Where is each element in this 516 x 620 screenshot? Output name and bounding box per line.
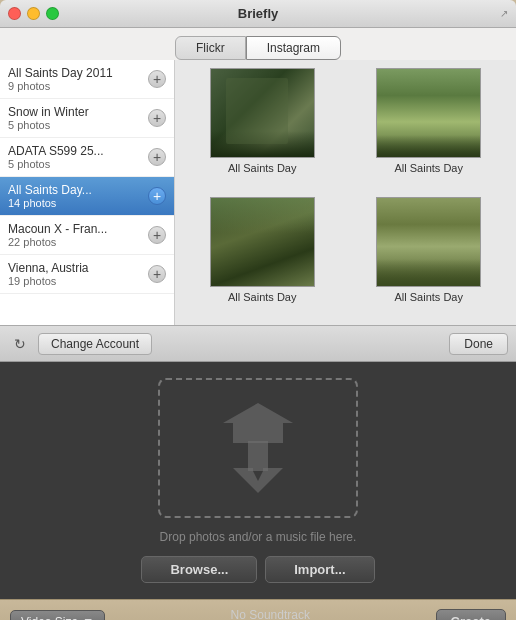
album-add-button[interactable]: + <box>148 187 166 205</box>
album-count: 5 photos <box>8 119 89 131</box>
soundtrack-area: No Soundtrack Browse... <box>231 608 310 621</box>
photo-thumbnail[interactable] <box>376 197 481 287</box>
album-item[interactable]: ADATA S599 25... 5 photos + <box>0 138 174 177</box>
content-area: All Saints Day 2011 9 photos + Snow in W… <box>0 60 516 325</box>
main-panel: Flickr Instagram All Saints Day 2011 9 p… <box>0 28 516 362</box>
video-size-label: Video Size <box>21 615 78 621</box>
album-add-button[interactable]: + <box>148 148 166 166</box>
create-button[interactable]: Create <box>436 609 506 620</box>
photo-label: All Saints Day <box>228 291 296 303</box>
minimize-button[interactable] <box>27 7 40 20</box>
footer-bar: Video Size ▼ No Soundtrack Browse... Cre… <box>0 599 516 620</box>
refresh-button[interactable]: ↻ <box>8 332 32 356</box>
titlebar: Briefly ↗ <box>0 0 516 28</box>
drop-zone-text: Drop photos and/or a music file here. <box>160 530 357 544</box>
photo-thumbnail[interactable] <box>376 68 481 158</box>
album-list[interactable]: All Saints Day 2011 9 photos + Snow in W… <box>0 60 175 325</box>
photo-label: All Saints Day <box>228 162 296 174</box>
drop-zone[interactable] <box>158 378 358 518</box>
import-button[interactable]: Import... <box>265 556 374 583</box>
window-title: Briefly <box>238 6 278 21</box>
drop-zone-panel: Drop photos and/or a music file here. Br… <box>0 362 516 599</box>
tab-bar: Flickr Instagram <box>0 28 516 60</box>
album-count: 9 photos <box>8 80 113 92</box>
tab-flickr[interactable]: Flickr <box>175 36 246 60</box>
album-count: 19 photos <box>8 275 89 287</box>
photo-grid: All Saints Day All Saints Day All Saints… <box>175 60 516 325</box>
photo-cell: All Saints Day <box>350 68 509 189</box>
svg-marker-0 <box>223 403 293 443</box>
album-count: 14 photos <box>8 197 92 209</box>
drop-arrow-icon <box>223 403 293 493</box>
svg-marker-2 <box>233 468 283 493</box>
photo-label: All Saints Day <box>395 291 463 303</box>
photo-label: All Saints Day <box>395 162 463 174</box>
album-name: Snow in Winter <box>8 105 89 119</box>
album-count: 5 photos <box>8 158 104 170</box>
album-item[interactable]: Macoun X - Fran... 22 photos + <box>0 216 174 255</box>
browse-button[interactable]: Browse... <box>141 556 257 583</box>
soundtrack-label: No Soundtrack <box>231 608 310 621</box>
change-account-button[interactable]: Change Account <box>38 333 152 355</box>
video-size-button[interactable]: Video Size ▼ <box>10 610 105 621</box>
close-button[interactable] <box>8 7 21 20</box>
maximize-button[interactable] <box>46 7 59 20</box>
photo-cell: All Saints Day <box>183 197 342 318</box>
album-add-button[interactable]: + <box>148 265 166 283</box>
album-item[interactable]: Vienna, Austria 19 photos + <box>0 255 174 294</box>
chevron-down-icon: ▼ <box>82 615 94 621</box>
album-name: All Saints Day 2011 <box>8 66 113 80</box>
album-name: Vienna, Austria <box>8 261 89 275</box>
photo-cell: All Saints Day <box>350 197 509 318</box>
photo-thumbnail[interactable] <box>210 68 315 158</box>
drop-buttons: Browse... Import... <box>141 556 374 583</box>
album-add-button[interactable]: + <box>148 70 166 88</box>
bottom-bar: ↻ Change Account Done <box>0 325 516 361</box>
album-add-button[interactable]: + <box>148 109 166 127</box>
album-item[interactable]: Snow in Winter 5 photos + <box>0 99 174 138</box>
album-item-selected[interactable]: All Saints Day... 14 photos + <box>0 177 174 216</box>
album-name: Macoun X - Fran... <box>8 222 107 236</box>
resize-handle[interactable]: ↗ <box>500 8 508 19</box>
album-item[interactable]: All Saints Day 2011 9 photos + <box>0 60 174 99</box>
tab-instagram[interactable]: Instagram <box>246 36 341 60</box>
photo-thumbnail[interactable] <box>210 197 315 287</box>
photo-cell: All Saints Day <box>183 68 342 189</box>
album-count: 22 photos <box>8 236 107 248</box>
album-add-button[interactable]: + <box>148 226 166 244</box>
window-controls[interactable] <box>8 7 59 20</box>
svg-rect-1 <box>248 441 268 471</box>
album-name: ADATA S599 25... <box>8 144 104 158</box>
done-button[interactable]: Done <box>449 333 508 355</box>
album-name: All Saints Day... <box>8 183 92 197</box>
